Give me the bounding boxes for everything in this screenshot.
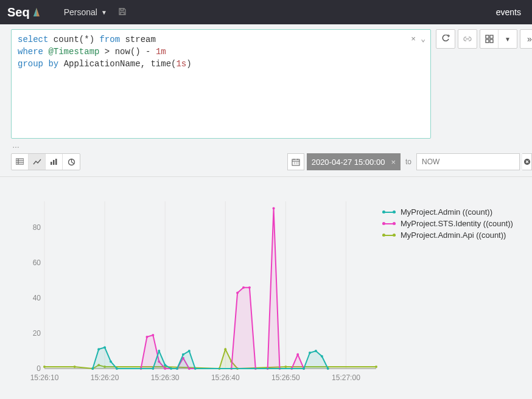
dashboard-dropdown[interactable]: ▼: [499, 30, 517, 48]
svg-point-41: [145, 336, 148, 338]
svg-rect-0: [486, 35, 489, 38]
query-editor[interactable]: select count(*) from stream where @Times…: [11, 29, 431, 139]
svg-point-28: [43, 366, 46, 368]
logo-icon: [32, 7, 41, 18]
svg-point-29: [74, 366, 76, 368]
date-clear-button[interactable]: [522, 153, 532, 170]
svg-text:15:26:50: 15:26:50: [271, 373, 300, 382]
legend-label: MyProject.Admin ((count)): [401, 207, 492, 217]
save-button[interactable]: [118, 7, 127, 18]
date-from-value: 2020-04-27 15:00:00: [312, 158, 385, 167]
app-header: Seq Personal ▼ events: [0, 0, 532, 24]
svg-text:40: 40: [33, 294, 41, 302]
svg-point-67: [170, 367, 172, 370]
workspace-label: Personal: [64, 7, 97, 17]
svg-rect-6: [55, 159, 57, 165]
date-to-input[interactable]: [416, 153, 520, 170]
svg-point-59: [91, 367, 94, 370]
legend-label: MyProject.Admin.Api ((count)): [401, 231, 506, 240]
svg-point-61: [103, 346, 106, 349]
date-to-label: to: [403, 158, 414, 166]
link-button[interactable]: [458, 30, 477, 48]
svg-point-60: [97, 348, 100, 350]
svg-point-42: [152, 334, 154, 336]
svg-point-49: [236, 292, 239, 294]
svg-point-72: [303, 367, 305, 370]
chart-container: 15:26:1015:26:2015:26:3015:26:4015:26:50…: [11, 177, 532, 384]
legend-label: MyProject.STS.Identity ((count)): [401, 219, 513, 228]
legend-swatch-icon: [382, 235, 396, 236]
svg-rect-5: [53, 160, 55, 165]
svg-point-68: [176, 367, 178, 370]
logo: Seq: [7, 5, 41, 19]
svg-text:15:26:40: 15:26:40: [211, 373, 240, 382]
run-button[interactable]: [436, 30, 455, 48]
svg-point-50: [242, 286, 245, 289]
svg-point-39: [375, 366, 377, 368]
svg-text:20: 20: [33, 329, 41, 338]
svg-point-65: [158, 350, 160, 352]
chart-type-group: [11, 153, 80, 170]
pie-chart-button[interactable]: [63, 154, 80, 170]
signal-bar[interactable]: …: [11, 139, 532, 153]
svg-point-51: [248, 286, 251, 289]
svg-point-35: [224, 348, 226, 350]
legend-item-1[interactable]: MyProject.Admin ((count)): [382, 207, 513, 217]
svg-rect-4: [51, 162, 52, 165]
chevron-down-icon: ▼: [101, 9, 107, 16]
svg-rect-3: [490, 40, 493, 43]
legend-item-3[interactable]: MyProject.Admin.Api ((count)): [382, 231, 513, 240]
svg-point-73: [309, 352, 311, 354]
svg-point-74: [315, 350, 317, 352]
legend-item-2[interactable]: MyProject.STS.Identity ((count)): [382, 219, 513, 228]
query-clear-button[interactable]: ×: [411, 33, 416, 46]
date-range-controls: 2020-04-27 15:00:00 × to: [287, 153, 532, 170]
svg-point-57: [296, 353, 299, 356]
table-view-button[interactable]: [12, 154, 29, 170]
svg-text:15:26:20: 15:26:20: [91, 373, 119, 382]
more-button[interactable]: »: [520, 30, 532, 48]
svg-text:80: 80: [33, 223, 41, 232]
svg-point-70: [188, 350, 191, 352]
dashboard-button[interactable]: [480, 30, 499, 48]
chart-legend: MyProject.Admin ((count)) MyProject.STS.…: [382, 195, 513, 384]
query-side-buttons: ▼ »: [436, 29, 532, 49]
svg-point-63: [116, 367, 118, 370]
svg-rect-2: [486, 40, 489, 43]
date-from-chip[interactable]: 2020-04-27 15:00:00 ×: [307, 153, 401, 170]
svg-text:0: 0: [37, 364, 41, 373]
chart-plot[interactable]: 15:26:1015:26:2015:26:3015:26:4015:26:50…: [23, 195, 382, 384]
bar-chart-button[interactable]: [46, 154, 63, 170]
svg-point-66: [164, 364, 166, 366]
svg-point-75: [321, 355, 323, 358]
svg-text:15:26:10: 15:26:10: [30, 373, 59, 382]
date-from-clear[interactable]: ×: [391, 158, 396, 167]
query-row: select count(*) from stream where @Times…: [11, 29, 532, 139]
svg-text:60: 60: [33, 258, 41, 267]
svg-point-54: [273, 207, 275, 210]
svg-rect-1: [490, 35, 493, 38]
workspace-selector[interactable]: Personal ▼: [59, 5, 112, 19]
svg-point-62: [110, 360, 112, 363]
svg-point-69: [182, 353, 184, 356]
svg-point-76: [327, 367, 329, 370]
events-link[interactable]: events: [492, 7, 525, 17]
svg-text:15:26:30: 15:26:30: [151, 373, 180, 382]
date-picker-from-button[interactable]: [287, 153, 304, 170]
results-toolbar: 2020-04-27 15:00:00 × to: [11, 153, 532, 170]
svg-point-71: [194, 367, 197, 370]
line-chart-button[interactable]: [29, 154, 46, 170]
svg-point-38: [284, 366, 287, 368]
legend-swatch-icon: [382, 212, 396, 213]
svg-point-64: [152, 367, 154, 370]
legend-swatch-icon: [382, 223, 396, 224]
svg-text:15:27:00: 15:27:00: [332, 373, 360, 382]
logo-text: Seq: [7, 5, 30, 19]
query-expand-button[interactable]: ⌄: [421, 33, 425, 46]
